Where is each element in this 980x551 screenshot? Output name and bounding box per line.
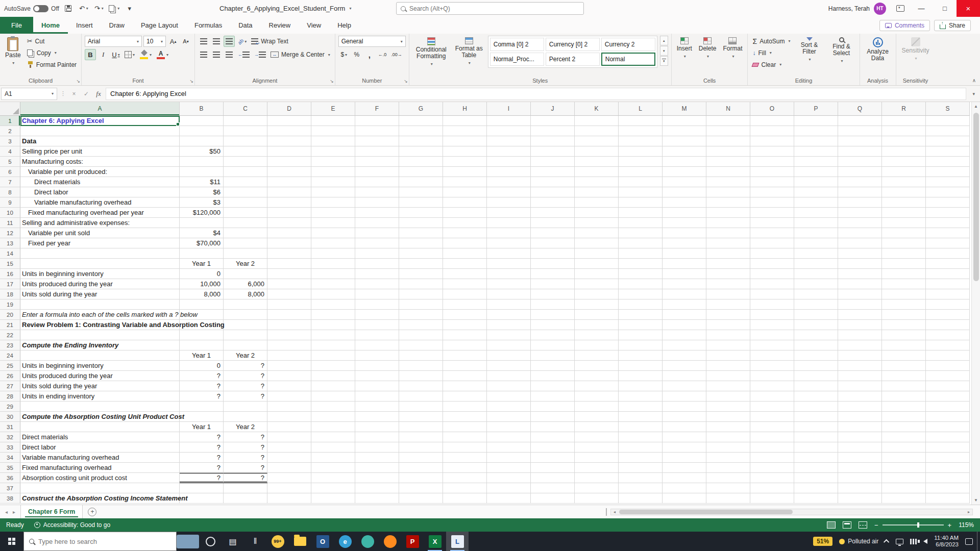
- cell-Q22[interactable]: [838, 330, 882, 340]
- display-icon[interactable]: [896, 539, 903, 544]
- undo-button[interactable]: ↶▾: [78, 3, 90, 15]
- quick-command-button[interactable]: ▾: [108, 3, 120, 15]
- cell-R33[interactable]: [882, 442, 926, 453]
- cell-I3[interactable]: [487, 136, 531, 146]
- cell-B9[interactable]: $3: [180, 197, 224, 208]
- cell-P37[interactable]: [794, 483, 838, 493]
- cell-L34[interactable]: [619, 453, 663, 463]
- cell-F10[interactable]: [355, 208, 399, 218]
- cell-Q12[interactable]: [838, 228, 882, 238]
- column-header-M[interactable]: M: [663, 102, 706, 116]
- cell-E36[interactable]: [311, 473, 355, 483]
- cell-Q30[interactable]: [838, 412, 882, 422]
- cell-M24[interactable]: [663, 350, 706, 361]
- document-title[interactable]: Chapter_6_Applying_Excel_Student_Form ▾: [219, 0, 351, 17]
- cell-F25[interactable]: [355, 361, 399, 371]
- file-explorer-icon[interactable]: [289, 532, 311, 551]
- zoom-slider-thumb[interactable]: [917, 522, 919, 528]
- cell-B15[interactable]: Year 1: [180, 259, 224, 269]
- cell-P15[interactable]: [794, 259, 838, 269]
- cell-Q9[interactable]: [838, 197, 882, 208]
- number-dialog-launcher[interactable]: ↘: [404, 79, 408, 84]
- cell-R15[interactable]: [882, 259, 926, 269]
- cell-C14[interactable]: [224, 248, 267, 259]
- cell-P14[interactable]: [794, 248, 838, 259]
- cell-C34[interactable]: ?: [224, 453, 267, 463]
- cell-E30[interactable]: [311, 412, 355, 422]
- cell-O20[interactable]: [750, 310, 794, 320]
- cell-R2[interactable]: [882, 126, 926, 136]
- cell-A38[interactable]: Construct the Absorption Costing Income …: [20, 493, 180, 504]
- row-header-29[interactable]: 29: [0, 402, 20, 412]
- cell-N7[interactable]: [706, 177, 750, 187]
- cell-B29[interactable]: [180, 402, 224, 412]
- cell-B37[interactable]: [180, 483, 224, 493]
- cell-A33[interactable]: Direct labor: [20, 442, 180, 453]
- cell-R1[interactable]: [882, 116, 926, 126]
- cell-Q29[interactable]: [838, 402, 882, 412]
- cell-R36[interactable]: [882, 473, 926, 483]
- avatar[interactable]: HT: [874, 3, 886, 15]
- cell-I22[interactable]: [487, 330, 531, 340]
- cell-Q20[interactable]: [838, 310, 882, 320]
- cell-C10[interactable]: [224, 208, 267, 218]
- cell-J16[interactable]: [531, 269, 575, 279]
- cell-H27[interactable]: [443, 381, 487, 391]
- cell-A22[interactable]: [20, 330, 180, 340]
- search-input[interactable]: [409, 5, 579, 12]
- row-header-10[interactable]: 10: [0, 208, 20, 218]
- cell-H6[interactable]: [443, 167, 487, 177]
- cell-N21[interactable]: [706, 320, 750, 330]
- cell-J9[interactable]: [531, 197, 575, 208]
- column-header-R[interactable]: R: [882, 102, 926, 116]
- cell-L2[interactable]: [619, 126, 663, 136]
- cell-G22[interactable]: [399, 330, 443, 340]
- cell-Q38[interactable]: [838, 493, 882, 504]
- insert-cells-button[interactable]: Insert ▾: [675, 36, 694, 61]
- cell-P9[interactable]: [794, 197, 838, 208]
- bold-button[interactable]: B: [85, 49, 96, 60]
- cell-R10[interactable]: [882, 208, 926, 218]
- cell-S29[interactable]: [926, 402, 970, 412]
- row-header-7[interactable]: 7: [0, 177, 20, 187]
- cell-N3[interactable]: [706, 136, 750, 146]
- cell-E19[interactable]: [311, 299, 355, 310]
- cell-I32[interactable]: [487, 432, 531, 442]
- cell-D13[interactable]: [267, 238, 311, 248]
- cell-M16[interactable]: [663, 269, 706, 279]
- cell-R5[interactable]: [882, 157, 926, 167]
- cell-C6[interactable]: [224, 167, 267, 177]
- row-header-22[interactable]: 22: [0, 330, 20, 340]
- cell-R31[interactable]: [882, 422, 926, 432]
- cell-G12[interactable]: [399, 228, 443, 238]
- cell-B4[interactable]: $50: [180, 146, 224, 157]
- cell-F30[interactable]: [355, 412, 399, 422]
- cell-G1[interactable]: [399, 116, 443, 126]
- cell-I27[interactable]: [487, 381, 531, 391]
- cell-F19[interactable]: [355, 299, 399, 310]
- cell-R9[interactable]: [882, 197, 926, 208]
- cell-N8[interactable]: [706, 187, 750, 197]
- cell-L24[interactable]: [619, 350, 663, 361]
- cell-N15[interactable]: [706, 259, 750, 269]
- start-button[interactable]: [0, 532, 23, 551]
- cell-D31[interactable]: [267, 422, 311, 432]
- cell-style-comma-0-2[interactable]: Comma [0] 2: [490, 38, 544, 51]
- cell-M9[interactable]: [663, 197, 706, 208]
- cell-S3[interactable]: [926, 136, 970, 146]
- cell-G20[interactable]: [399, 310, 443, 320]
- cell-M6[interactable]: [663, 167, 706, 177]
- cell-O31[interactable]: [750, 422, 794, 432]
- cell-B5[interactable]: [180, 157, 224, 167]
- cell-M10[interactable]: [663, 208, 706, 218]
- column-header-P[interactable]: P: [794, 102, 838, 116]
- cell-J1[interactable]: [531, 116, 575, 126]
- cell-O33[interactable]: [750, 442, 794, 453]
- cell-E20[interactable]: [311, 310, 355, 320]
- cell-F11[interactable]: [355, 218, 399, 228]
- cell-J33[interactable]: [531, 442, 575, 453]
- find-select-button[interactable]: Find & Select ▾: [827, 36, 856, 66]
- cell-I19[interactable]: [487, 299, 531, 310]
- column-header-D[interactable]: D: [267, 102, 311, 116]
- cell-L30[interactable]: [619, 412, 663, 422]
